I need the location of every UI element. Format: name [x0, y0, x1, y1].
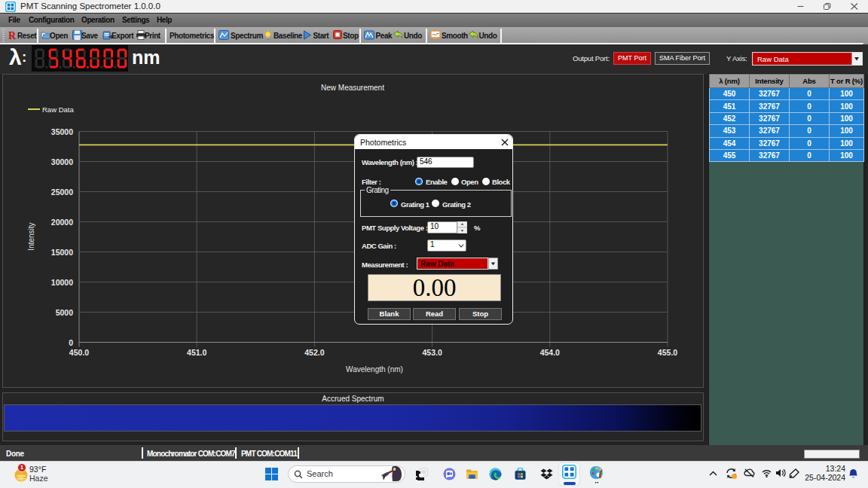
- svg-text:454.0: 454.0: [540, 348, 560, 357]
- svg-text:10000: 10000: [51, 278, 73, 287]
- svg-text:5000: 5000: [56, 308, 74, 317]
- svg-text:452.0: 452.0: [304, 348, 324, 357]
- svg-text:453.0: 453.0: [422, 348, 442, 357]
- svg-text:450.0: 450.0: [69, 348, 89, 357]
- svg-text:0: 0: [69, 338, 73, 347]
- svg-text:New Measurement: New Measurement: [321, 84, 384, 92]
- svg-text:15000: 15000: [51, 248, 73, 257]
- svg-text:25000: 25000: [51, 188, 73, 197]
- svg-text:Raw Data: Raw Data: [42, 105, 74, 114]
- svg-text:35000: 35000: [51, 127, 73, 136]
- svg-text:20000: 20000: [51, 218, 73, 227]
- svg-text:Wavelength (nm): Wavelength (nm): [346, 365, 403, 374]
- svg-text:451.0: 451.0: [187, 348, 206, 357]
- svg-text:R: R: [8, 30, 17, 40]
- svg-text:30000: 30000: [51, 157, 73, 166]
- svg-text:455.0: 455.0: [658, 348, 677, 357]
- svg-text:Intensity: Intensity: [27, 222, 35, 250]
